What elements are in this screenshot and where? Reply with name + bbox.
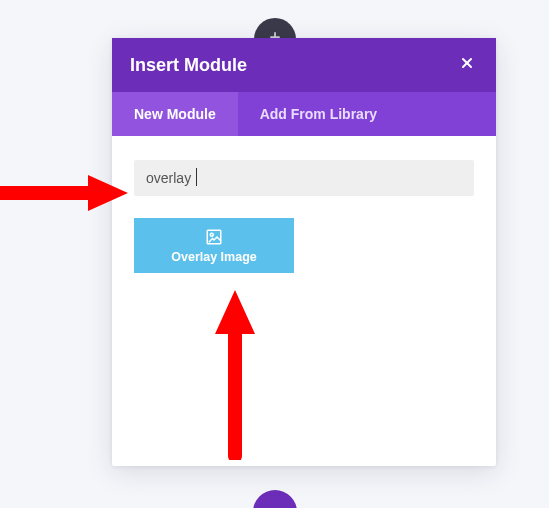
modal-header: Insert Module — [112, 38, 496, 92]
module-label: Overlay Image — [171, 250, 256, 264]
insert-module-modal: Insert Module New Module Add From Librar… — [112, 38, 496, 466]
search-input[interactable] — [134, 160, 474, 196]
tab-new-module[interactable]: New Module — [112, 92, 238, 136]
annotation-arrow-to-search — [0, 167, 128, 219]
module-overlay-image[interactable]: Overlay Image — [134, 218, 294, 273]
tab-label: Add From Library — [260, 106, 377, 122]
tab-add-from-library[interactable]: Add From Library — [238, 92, 399, 136]
close-icon — [459, 55, 475, 75]
bottom-section-handle[interactable] — [253, 490, 297, 508]
overlay-image-icon — [205, 228, 223, 246]
svg-point-5 — [210, 233, 213, 236]
module-results-row: Overlay Image — [134, 218, 474, 273]
modal-body: Overlay Image — [112, 136, 496, 466]
search-wrap — [134, 160, 474, 196]
modal-title: Insert Module — [130, 55, 456, 76]
tab-label: New Module — [134, 106, 216, 122]
modal-tabs: New Module Add From Library — [112, 92, 496, 136]
close-button[interactable] — [456, 54, 478, 76]
